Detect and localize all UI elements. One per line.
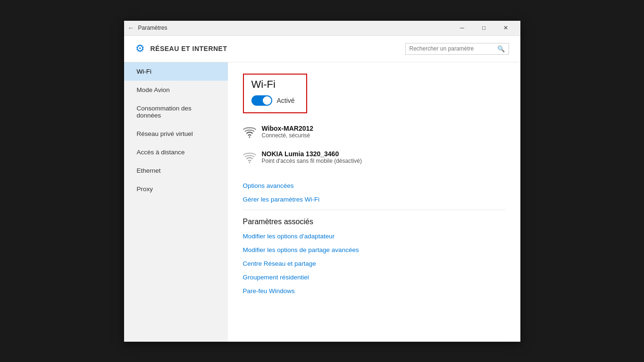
app-header: ⚙ RÉSEAU ET INTERNET 🔍 [124, 36, 520, 62]
network-status-1: Connecté, sécurisé [262, 132, 314, 139]
content-panel: Wi-Fi Activé Wibox-MAR2012 Connecté, [228, 62, 520, 342]
network-name-1: Wibox-MAR2012 [262, 125, 314, 132]
window-controls: ─ □ ✕ [452, 20, 517, 35]
network-item-1[interactable]: Wibox-MAR2012 Connecté, sécurisé [243, 123, 505, 141]
wifi-signal-icon-2 [243, 151, 256, 164]
sidebar-item-mode-avion[interactable]: Mode Avion [124, 81, 228, 99]
svg-point-1 [249, 162, 250, 163]
link-options-avancees[interactable]: Options avancées [243, 182, 505, 189]
maximize-button[interactable]: □ [473, 20, 495, 35]
sidebar: Wi-Fi Mode Avion Consommation des donnée… [124, 62, 228, 342]
settings-icon: ⚙ [135, 42, 145, 55]
back-button[interactable]: ← [128, 24, 134, 32]
close-button[interactable]: ✕ [495, 20, 517, 35]
search-input[interactable] [410, 45, 497, 52]
wifi-title-box: Wi-Fi Activé [243, 74, 307, 113]
sidebar-item-acces-distance[interactable]: Accès à distance [124, 143, 228, 161]
associated-section-title: Paramètres associés [243, 218, 505, 226]
titlebar-title: Paramètres [138, 25, 452, 31]
sidebar-item-wifi[interactable]: Wi-Fi [124, 62, 228, 81]
link-groupement[interactable]: Groupement résidentiel [243, 274, 505, 281]
network-info-2: NOKIA Lumia 1320_3460 Point d'accès sans… [262, 150, 362, 164]
app-title: RÉSEAU ET INTERNET [151, 45, 405, 52]
link-pare-feu[interactable]: Pare-feu Windows [243, 287, 505, 295]
main-content: Wi-Fi Mode Avion Consommation des donnée… [124, 62, 520, 342]
wifi-toggle[interactable] [251, 95, 272, 106]
sidebar-item-reseau-prive[interactable]: Réseau privé virtuel [124, 125, 228, 143]
network-name-2: NOKIA Lumia 1320_3460 [262, 150, 362, 158]
toggle-label: Activé [277, 97, 295, 104]
svg-point-0 [249, 136, 250, 138]
wifi-signal-icon-1 [243, 126, 256, 139]
search-icon: 🔍 [497, 45, 505, 52]
link-modifier-adaptateur[interactable]: Modifier les options d'adaptateur [243, 233, 505, 240]
minimize-button[interactable]: ─ [452, 20, 473, 35]
sidebar-item-proxy[interactable]: Proxy [124, 180, 228, 198]
link-modifier-partage[interactable]: Modifier les options de partage avancées [243, 246, 505, 253]
settings-window: ← Paramètres ─ □ ✕ ⚙ RÉSEAU ET INTERNET … [124, 21, 520, 342]
sidebar-item-conso-donnees[interactable]: Consommation des données [124, 99, 228, 125]
link-gerer-wifi[interactable]: Gérer les paramètres Wi-Fi [243, 196, 505, 203]
wifi-section-title: Wi-Fi [251, 78, 295, 91]
network-item-2[interactable]: NOKIA Lumia 1320_3460 Point d'accès sans… [243, 148, 505, 166]
titlebar: ← Paramètres ─ □ ✕ [124, 21, 520, 36]
divider [243, 210, 505, 210]
toggle-row: Activé [251, 95, 295, 106]
network-status-2: Point d'accès sans fil mobile (désactivé… [262, 158, 362, 164]
network-info-1: Wibox-MAR2012 Connecté, sécurisé [262, 125, 314, 139]
sidebar-item-ethernet[interactable]: Ethernet [124, 161, 228, 180]
link-centre-reseau[interactable]: Centre Réseau et partage [243, 260, 505, 267]
search-box[interactable]: 🔍 [405, 43, 509, 55]
